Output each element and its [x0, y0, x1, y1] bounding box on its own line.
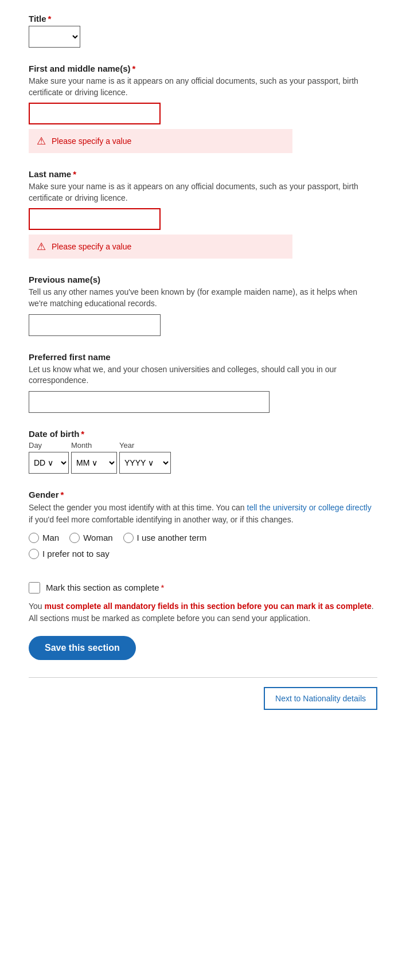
completion-note-bold: must complete all mandatory fields in th…: [45, 602, 372, 611]
gender-option-prefer-not[interactable]: I prefer not to say: [29, 549, 110, 559]
gender-options-row2: I prefer not to say: [29, 549, 377, 559]
gender-required-star: *: [61, 490, 64, 499]
dob-day-label: Day: [29, 441, 69, 450]
mark-complete-label-text: Mark this section as complete: [46, 583, 159, 592]
last-name-input[interactable]: [29, 208, 161, 230]
first-name-error-text: Please specify a value: [52, 136, 131, 146]
mark-complete-required-star: *: [161, 583, 165, 592]
previous-name-label: Previous name(s): [29, 275, 377, 284]
completion-section: Mark this section as complete* You must …: [29, 582, 377, 660]
gender-option-man[interactable]: Man: [29, 533, 59, 543]
gender-option-woman[interactable]: Woman: [69, 533, 112, 543]
dob-month-group: Month MM ∨: [71, 441, 117, 474]
preferred-name-input[interactable]: [29, 391, 270, 413]
title-select[interactable]: Mr Mrs Miss Ms Mx Dr Prof: [29, 26, 80, 48]
save-button[interactable]: Save this section: [29, 636, 136, 660]
title-field-group: Title* Mr Mrs Miss Ms Mx Dr Prof: [29, 14, 377, 48]
mark-complete-checkbox[interactable]: [29, 582, 40, 594]
completion-note: You must complete all mandatory fields i…: [29, 600, 377, 624]
gender-another-term-label: I use another term: [137, 533, 207, 542]
gender-man-label: Man: [42, 533, 59, 542]
last-name-hint: Make sure your name is as it appears on …: [29, 181, 377, 204]
footer-nav: Next to Nationality details: [29, 687, 377, 727]
mark-complete-row: Mark this section as complete*: [29, 582, 377, 594]
dob-label-text: Date of birth: [29, 429, 79, 439]
gender-label-text: Gender: [29, 490, 59, 499]
preferred-name-label: Preferred first name: [29, 352, 377, 362]
next-button[interactable]: Next to Nationality details: [264, 687, 377, 710]
dob-required-star: *: [81, 429, 84, 439]
title-label: Title*: [29, 14, 377, 24]
title-required-star: *: [48, 14, 52, 24]
gender-field-group: Gender* Select the gender you most ident…: [29, 490, 377, 559]
last-name-label: Last name*: [29, 169, 377, 179]
mark-complete-label: Mark this section as complete*: [46, 583, 164, 592]
first-name-error-icon: ⚠: [37, 135, 46, 147]
dob-day-group: Day DD ∨: [29, 441, 69, 474]
gender-radio-another-term[interactable]: [123, 533, 134, 543]
previous-name-hint: Tell us any other names you've been know…: [29, 287, 377, 309]
gender-radio-man[interactable]: [29, 533, 39, 543]
preferred-name-hint: Let us know what we, and your chosen uni…: [29, 364, 377, 386]
dob-year-group: Year YYYY ∨: [119, 441, 171, 474]
preferred-name-field-group: Preferred first name Let us know what we…: [29, 352, 377, 413]
previous-name-label-text: Previous name(s): [29, 275, 100, 284]
dob-row: Day DD ∨ Month MM ∨ Year YYYY ∨: [29, 441, 377, 474]
gender-radio-prefer-not[interactable]: [29, 549, 39, 559]
last-name-required-star: *: [73, 169, 76, 179]
gender-options-row1: Man Woman I use another term: [29, 533, 377, 543]
footer-divider: [29, 677, 377, 678]
gender-label: Gender*: [29, 490, 377, 499]
dob-month-select[interactable]: MM ∨: [71, 452, 117, 474]
first-name-label-text: First and middle name(s): [29, 64, 131, 73]
first-name-error-box: ⚠ Please specify a value: [29, 129, 292, 153]
first-name-required-star: *: [132, 64, 136, 73]
gender-description: Select the gender you most identify with…: [29, 502, 377, 526]
last-name-label-text: Last name: [29, 169, 71, 179]
previous-name-input[interactable]: [29, 314, 161, 336]
gender-woman-label: Woman: [83, 533, 112, 542]
previous-name-field-group: Previous name(s) Tell us any other names…: [29, 275, 377, 335]
dob-field-group: Date of birth* Day DD ∨ Month MM ∨ Year …: [29, 429, 377, 474]
gender-prefer-not-label: I prefer not to say: [42, 549, 110, 559]
gender-radio-woman[interactable]: [69, 533, 80, 543]
gender-option-another-term[interactable]: I use another term: [123, 533, 207, 543]
title-label-text: Title: [29, 14, 46, 24]
last-name-error-icon: ⚠: [37, 240, 46, 253]
last-name-field-group: Last name* Make sure your name is as it …: [29, 169, 377, 259]
first-name-input[interactable]: [29, 103, 161, 124]
dob-year-select[interactable]: YYYY ∨: [119, 452, 171, 474]
gender-link[interactable]: tell the university or college directly: [247, 503, 372, 512]
first-name-field-group: First and middle name(s)* Make sure your…: [29, 64, 377, 153]
preferred-name-label-text: Preferred first name: [29, 352, 111, 362]
first-name-hint: Make sure your name is as it appears on …: [29, 76, 377, 98]
dob-month-label: Month: [71, 441, 117, 450]
last-name-error-box: ⚠ Please specify a value: [29, 235, 292, 259]
dob-label: Date of birth*: [29, 429, 377, 439]
last-name-error-text: Please specify a value: [52, 242, 131, 251]
dob-year-label: Year: [119, 441, 171, 450]
dob-day-select[interactable]: DD ∨: [29, 452, 69, 474]
first-name-label: First and middle name(s)*: [29, 64, 377, 73]
